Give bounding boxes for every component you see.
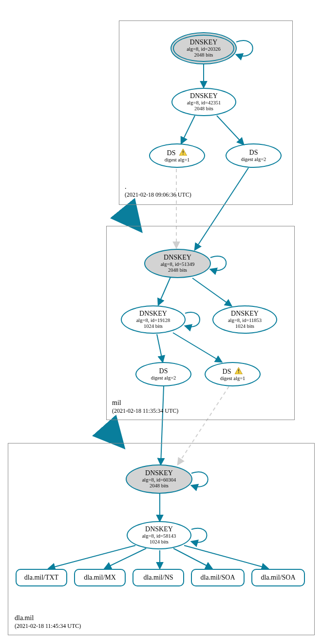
node-line2: 1024 bits — [144, 323, 163, 329]
node-title: DNSKEY — [190, 39, 218, 46]
node-line2: 2048 bits — [150, 483, 169, 489]
node-title: dla.mil/SOA — [200, 574, 235, 582]
mil-ds-alg2: DS digest alg=2 — [135, 362, 191, 386]
zone-mil-timestamp: (2021-02-18 11:35:34 UTC) — [112, 407, 178, 415]
node-title: DS — [159, 367, 168, 375]
node-line1: alg=8, id=60304 — [142, 477, 176, 483]
zone-root-name: . — [125, 182, 191, 191]
root-ds-alg1: DS digest alg=1 — [149, 143, 205, 168]
rr-ns: dla.mil/NS — [133, 569, 184, 586]
node-line1: alg=8, id=42351 — [187, 100, 221, 106]
node-title: DNSKEY — [190, 92, 218, 100]
rr-soa-2: dla.mil/SOA — [251, 569, 305, 586]
warning-icon — [179, 149, 187, 156]
node-line1: digest alg=1 — [220, 376, 246, 382]
zone-dla-label: dla.mil (2021-02-18 11:45:34 UTC) — [15, 614, 81, 630]
mil-dnskey-ksk: DNSKEY alg=8, id=51349 2048 bits — [144, 249, 211, 278]
rr-txt: dla.mil/TXT — [16, 569, 67, 586]
node-title-row: DS — [167, 148, 188, 157]
svg-rect-2 — [238, 369, 239, 372]
node-line2: 1024 bits — [235, 323, 254, 329]
node-line1: alg=8, id=11853 — [228, 318, 262, 323]
dla-dnskey-ksk: DNSKEY alg=8, id=60304 2048 bits — [126, 464, 192, 494]
node-line2: 2048 bits — [194, 106, 213, 112]
zone-dla-name: dla.mil — [15, 614, 81, 623]
node-title: dla.mil/MX — [84, 574, 116, 582]
node-title: DNSKEY — [145, 469, 173, 477]
node-line1: alg=8, id=58143 — [142, 533, 176, 539]
node-line2: 1024 bits — [150, 539, 169, 545]
mil-ds-alg1: DS digest alg=1 — [205, 362, 261, 386]
svg-rect-1 — [183, 154, 184, 155]
node-title: DS — [167, 149, 176, 157]
root-dnskey-zsk: DNSKEY alg=8, id=42351 2048 bits — [171, 88, 236, 116]
node-line1: digest alg=2 — [151, 375, 176, 381]
svg-rect-3 — [238, 372, 239, 373]
node-line2: 2048 bits — [168, 267, 187, 273]
node-line1: digest alg=2 — [241, 157, 266, 162]
node-title: DNSKEY — [231, 310, 259, 318]
svg-rect-0 — [183, 151, 184, 153]
root-dnskey-ksk: DNSKEY alg=8, id=20326 2048 bits — [170, 32, 237, 64]
node-title: DS — [223, 368, 231, 375]
rr-mx: dla.mil/MX — [74, 569, 126, 586]
dla-dnskey-zsk: DNSKEY alg=8, id=58143 1024 bits — [127, 521, 191, 549]
node-title-row: DS — [223, 367, 243, 376]
zone-root-timestamp: (2021-02-18 09:06:36 UTC) — [125, 191, 191, 199]
node-title: dla.mil/NS — [143, 574, 173, 582]
node-title: DNSKEY — [139, 310, 167, 318]
node-title: dla.mil/SOA — [261, 574, 295, 582]
root-ds-alg2: DS digest alg=2 — [226, 143, 282, 168]
node-title: DNSKEY — [164, 254, 191, 262]
warning-icon — [235, 367, 243, 374]
node-line1: digest alg=1 — [165, 157, 190, 163]
zone-mil-label: mil (2021-02-18 11:35:34 UTC) — [112, 399, 178, 415]
node-line1: alg=8, id=20326 — [187, 46, 221, 52]
node-title: dla.mil/TXT — [24, 574, 58, 582]
zone-dla-timestamp: (2021-02-18 11:45:34 UTC) — [15, 623, 81, 630]
mil-dnskey-11853: DNSKEY alg=8, id=11853 1024 bits — [212, 305, 277, 334]
node-line1: alg=8, id=51349 — [161, 262, 195, 267]
node-title: DS — [249, 149, 258, 157]
zone-mil-name: mil — [112, 399, 178, 407]
rr-soa-1: dla.mil/SOA — [191, 569, 245, 586]
node-title: DNSKEY — [145, 525, 173, 533]
node-line1: alg=8, id=19128 — [136, 318, 170, 323]
mil-dnskey-19128: DNSKEY alg=8, id=19128 1024 bits — [121, 305, 186, 334]
node-line2: 2048 bits — [194, 52, 213, 58]
zone-root-label: . (2021-02-18 09:06:36 UTC) — [125, 182, 191, 199]
